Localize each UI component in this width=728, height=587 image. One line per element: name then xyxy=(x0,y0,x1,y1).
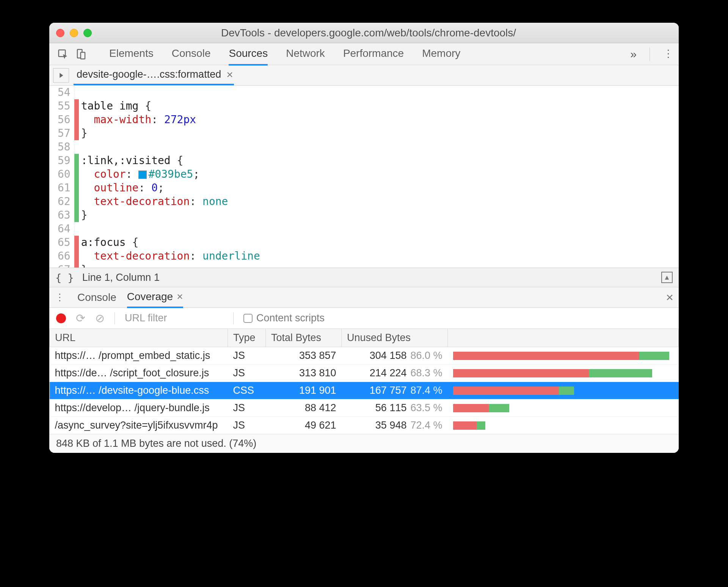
coverage-toolbar: ⟳ ⊘ URL filter Content scripts xyxy=(49,308,679,329)
coverage-row[interactable]: https://de… /script_foot_closure.jsJS313… xyxy=(50,365,679,382)
collapse-drawer-icon[interactable]: ▲ xyxy=(661,272,673,283)
separator xyxy=(650,47,650,61)
svg-rect-2 xyxy=(81,52,85,59)
drawer-menu-icon[interactable]: ⋯ xyxy=(54,293,66,302)
coverage-row[interactable]: https://develop… /jquery-bundle.jsJS88 4… xyxy=(50,399,679,417)
window-title: DevTools - developers.google.com/web/too… xyxy=(92,27,645,39)
window-maximize-button[interactable] xyxy=(83,29,92,37)
close-icon[interactable]: × xyxy=(226,68,233,81)
reload-icon[interactable]: ⟳ xyxy=(76,312,85,325)
inspect-element-icon[interactable] xyxy=(54,47,72,62)
separator xyxy=(115,312,115,324)
drawer-tabbar: ⋯ ConsoleCoverage× × xyxy=(49,287,679,308)
more-tabs-icon[interactable]: » xyxy=(630,48,637,61)
col-unused[interactable]: Unused Bytes xyxy=(342,329,448,347)
coverage-row[interactable]: /async_survey?site=ylj5ifxusvvmr4pJS49 6… xyxy=(50,417,679,434)
drawer-tab-coverage[interactable]: Coverage× xyxy=(127,287,183,308)
coverage-summary: 848 KB of 1.1 MB bytes are not used. (74… xyxy=(49,434,679,453)
url-filter-input[interactable]: URL filter xyxy=(125,312,223,324)
file-tabbar: devsite-google-….css:formatted × xyxy=(49,65,679,86)
main-tabbar: ElementsConsoleSourcesNetworkPerformance… xyxy=(49,43,679,65)
tab-memory[interactable]: Memory xyxy=(422,43,460,66)
coverage-table: URL Type Total Bytes Unused Bytes https:… xyxy=(49,329,679,434)
col-type[interactable]: Type xyxy=(228,329,266,347)
col-total[interactable]: Total Bytes xyxy=(266,329,342,347)
drawer-close-icon[interactable]: × xyxy=(666,290,673,305)
tab-network[interactable]: Network xyxy=(286,43,325,66)
file-tab-active[interactable]: devsite-google-….css:formatted × xyxy=(74,65,234,85)
cursor-position: Line 1, Column 1 xyxy=(82,272,160,283)
window-traffic-lights xyxy=(56,29,92,37)
col-bar[interactable] xyxy=(448,329,679,347)
tab-sources[interactable]: Sources xyxy=(229,43,268,66)
file-tab-label: devsite-google-….css:formatted xyxy=(77,69,221,80)
device-toolbar-icon[interactable] xyxy=(72,47,90,62)
close-icon[interactable]: × xyxy=(177,291,183,303)
coverage-row[interactable]: https://… /devsite-google-blue.cssCSS191… xyxy=(50,382,679,399)
titlebar: DevTools - developers.google.com/web/too… xyxy=(49,23,679,43)
clear-icon[interactable]: ⊘ xyxy=(95,312,105,325)
editor-statusbar: { } Line 1, Column 1 ▲ xyxy=(49,268,679,287)
devtools-window: DevTools - developers.google.com/web/too… xyxy=(49,23,679,453)
window-minimize-button[interactable] xyxy=(70,29,78,37)
pretty-print-icon[interactable]: { } xyxy=(55,272,74,283)
record-button[interactable] xyxy=(56,313,66,323)
drawer-tab-console[interactable]: Console xyxy=(77,288,116,307)
window-close-button[interactable] xyxy=(56,29,64,37)
source-editor[interactable]: 545556575859606162636465666768 table img… xyxy=(49,86,679,268)
separator xyxy=(233,312,234,324)
coverage-row[interactable]: https://… /prompt_embed_static.jsJS353 8… xyxy=(50,347,679,365)
navigator-toggle-icon[interactable] xyxy=(53,68,69,83)
content-scripts-checkbox[interactable]: Content scripts xyxy=(243,312,325,324)
tab-console[interactable]: Console xyxy=(172,43,211,66)
tab-performance[interactable]: Performance xyxy=(343,43,404,66)
col-url[interactable]: URL xyxy=(50,329,228,347)
settings-menu-icon[interactable]: ⋯ xyxy=(662,49,675,60)
tab-elements[interactable]: Elements xyxy=(109,43,154,66)
